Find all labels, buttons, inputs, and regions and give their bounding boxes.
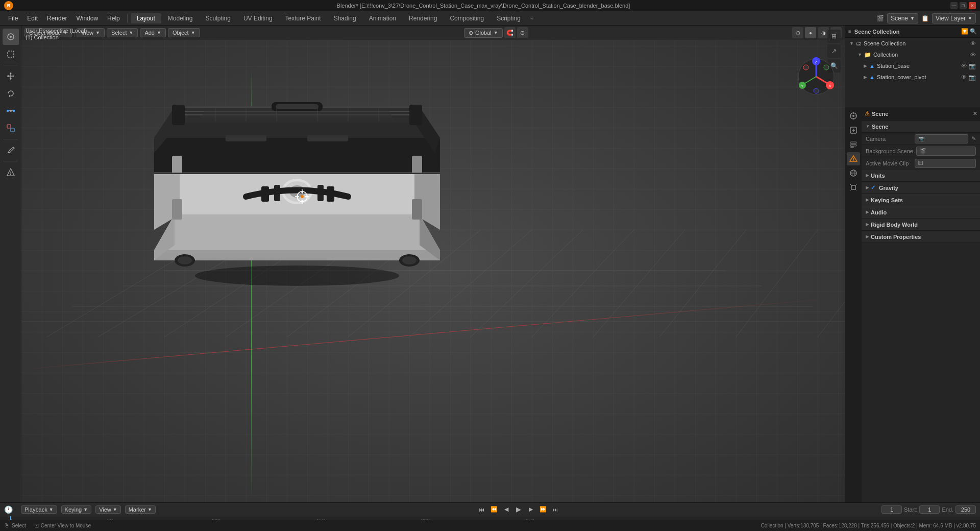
camera-value[interactable]: 📷 (915, 134, 968, 143)
movie-clip-label: Active Movie Clip (866, 160, 912, 166)
world-props-btn[interactable] (847, 166, 860, 180)
keying-sets-label: Keying Sets (871, 197, 903, 203)
clock-icon: 🕐 (4, 505, 13, 514)
status-info: Collection | Verts:130,705 | Faces:128,2… (761, 523, 976, 528)
rigid-body-section-header[interactable]: ▶ Rigid Body World (862, 219, 980, 231)
global-transform-dropdown[interactable]: ⊕ Global ▼ (464, 28, 503, 38)
object-menu[interactable]: Object ▼ (168, 28, 200, 37)
viewport-overlay-btn[interactable]: ⊞ (827, 30, 841, 43)
scale-btn[interactable] (3, 103, 19, 119)
timeline-clock-icon: 🕐 (4, 505, 13, 514)
menu-edit[interactable]: Edit (23, 14, 42, 23)
current-frame-input[interactable]: 1 (881, 505, 902, 514)
outliner-collection[interactable]: ▼ 📁 Collection 👁 (845, 49, 980, 60)
render-props-btn[interactable] (847, 109, 860, 123)
menu-help[interactable]: Help (103, 14, 124, 23)
custom-props-section-header[interactable]: ▶ Custom Properties (862, 231, 980, 243)
wireframe-btn[interactable]: ⬡ (792, 27, 803, 38)
select-box-btn[interactable] (3, 46, 19, 62)
measure-btn[interactable] (3, 164, 19, 180)
view-dropdown[interactable]: View ▼ (95, 505, 121, 514)
menu-file[interactable]: File (4, 14, 22, 23)
collection-icon: 📁 (864, 52, 871, 58)
outliner-scene-collection[interactable]: ▼ 🗂 Scene Collection 👁 (845, 38, 980, 49)
outliner-panel: ≡ Scene Collection 🔽 🔍 ▼ 🗂 Scene Collect… (845, 26, 980, 110)
menu-window[interactable]: Window (72, 14, 102, 23)
keying-sets-section-header[interactable]: ▶ Keying Sets (862, 194, 980, 206)
output-props-btn[interactable] (847, 124, 860, 137)
playback-dropdown[interactable]: Playback ▼ (21, 505, 57, 514)
minimize-button[interactable]: — (950, 2, 958, 9)
scene-dropdown[interactable]: Scene ▼ (887, 13, 918, 23)
move-btn[interactable] (3, 68, 19, 84)
restrict-render-icon[interactable]: 📷 (969, 63, 976, 69)
maximize-button[interactable]: □ (960, 2, 967, 9)
search-icon[interactable]: 🔍 (970, 28, 977, 35)
tab-shading[interactable]: Shading (328, 13, 362, 23)
scene-section-header[interactable]: ▼ Scene (862, 120, 980, 133)
svg-line-111 (850, 184, 851, 185)
center-view-label: Center View to Mouse (41, 523, 91, 528)
jump-end-btn[interactable]: ⏭ (550, 504, 561, 515)
transform-btn[interactable] (3, 120, 19, 136)
gravity-section-header[interactable]: ▶ ✓ Gravity (862, 182, 980, 194)
close-button[interactable]: ✕ (969, 2, 976, 9)
eye-icon-4[interactable]: 👁 (961, 74, 967, 80)
movie-clip-value[interactable]: 🎞 (915, 159, 976, 168)
eye-icon-1[interactable]: 👁 (970, 40, 976, 46)
object-props-btn[interactable] (847, 181, 860, 194)
tab-modeling[interactable]: Modeling (162, 13, 199, 23)
svg-rect-13 (7, 110, 9, 112)
tab-uv-editing[interactable]: UV Editing (237, 13, 279, 23)
jump-start-btn[interactable]: ⏮ (476, 504, 487, 515)
tab-texture-paint[interactable]: Texture Paint (279, 13, 327, 23)
outliner-station-base[interactable]: ▶ ▲ Station_base 👁 📷 (845, 60, 980, 71)
eye-icon-3[interactable]: 👁 (961, 63, 967, 69)
rotate-btn[interactable] (3, 85, 19, 102)
gravity-checkbox[interactable]: ✓ (871, 184, 875, 191)
viewport-header: User Perspective (Local) (1) Collection (21, 26, 91, 42)
scene-icon: 🎬 (876, 15, 884, 22)
snap-btn[interactable]: 🧲 (504, 27, 516, 38)
tab-scripting[interactable]: Scripting (491, 13, 527, 23)
scene-props-btn[interactable] (847, 152, 860, 165)
filter-icon[interactable]: 🔽 (961, 28, 968, 35)
view-layer-props-btn[interactable] (847, 138, 860, 151)
camera-edit-icon[interactable]: ✎ (971, 135, 976, 142)
custom-props-label: Custom Properties (871, 234, 921, 240)
bg-scene-value[interactable]: 🎬 (916, 147, 976, 156)
restrict-render-icon-2[interactable]: 📷 (969, 74, 976, 81)
view-layer-dropdown[interactable]: View Layer ▼ (932, 13, 976, 23)
menu-render[interactable]: Render (43, 14, 71, 23)
tab-sculpting[interactable]: Sculpting (200, 13, 237, 23)
play-btn[interactable]: ▶ (513, 504, 524, 515)
add-menu[interactable]: Add ▼ (140, 28, 166, 37)
eye-icon-2[interactable]: 👁 (970, 52, 976, 58)
viewport-3d[interactable]: User Perspective (Local) (1) Collection … (21, 26, 845, 502)
audio-section-header[interactable]: ▶ Audio (862, 206, 980, 219)
window-title: Blender* [E:\!!!conv_3\27\Drone_Control_… (16, 3, 950, 9)
marker-dropdown[interactable]: Marker ▼ (125, 505, 156, 514)
annotate-btn[interactable] (3, 142, 19, 158)
tab-compositing[interactable]: Compositing (444, 13, 490, 23)
step-back-btn[interactable]: ◀ (501, 504, 512, 515)
cursor-tool-btn[interactable] (3, 29, 19, 45)
keying-dropdown[interactable]: Keying ▼ (61, 505, 92, 514)
end-frame-input[interactable]: 250 (955, 505, 976, 514)
svg-line-113 (850, 189, 851, 190)
start-frame-input[interactable]: 1 (919, 505, 940, 514)
add-workspace-button[interactable]: + (527, 14, 537, 23)
tab-layout[interactable]: Layout (131, 13, 161, 23)
tab-rendering[interactable]: Rendering (403, 13, 443, 23)
tab-animation[interactable]: Animation (363, 13, 402, 23)
svg-rect-101 (850, 142, 856, 143)
select-menu[interactable]: Select ▼ (107, 28, 138, 37)
outliner-station-cover[interactable]: ▶ ▲ Station_cover_pivot 👁 📷 (845, 71, 980, 83)
prev-keyframe-btn[interactable]: ⏪ (488, 504, 500, 515)
step-fwd-btn[interactable]: ▶ (525, 504, 536, 515)
proportional-btn[interactable]: ⊙ (517, 27, 528, 38)
next-keyframe-btn[interactable]: ⏩ (537, 504, 549, 515)
units-section-header[interactable]: ▶ Units (862, 170, 980, 182)
props-expand-icon[interactable]: ✕ (973, 111, 977, 116)
solid-btn[interactable]: ● (805, 27, 816, 38)
